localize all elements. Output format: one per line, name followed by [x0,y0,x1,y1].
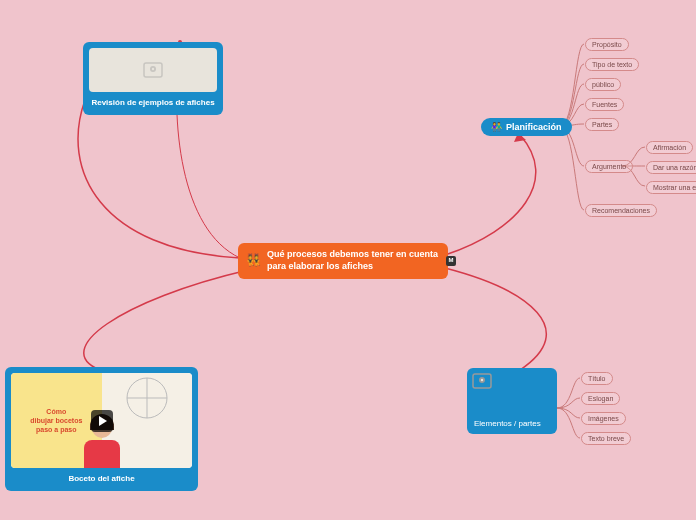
play-icon[interactable] [91,410,113,432]
planif-label: Planificación [506,122,562,132]
leaf-imagenes[interactable]: Imágenes [581,412,626,425]
leaf-eslogan[interactable]: Eslogan [581,392,620,405]
leaf-proposito[interactable]: Propósito [585,38,629,51]
image-placeholder-icon [472,373,552,417]
note-badge-icon[interactable]: M [446,256,456,266]
central-title: Qué procesos debemos tener en cuenta par… [267,249,440,272]
thumb-text-3: paso a paso [36,425,76,434]
leaf-afirmacion[interactable]: Afirmación [646,141,693,154]
leaf-publico[interactable]: público [585,78,621,91]
leaf-argumento[interactable]: Argumento [585,160,633,173]
central-node[interactable]: 👯 Qué procesos debemos tener en cuenta p… [238,243,448,279]
svg-point-10 [481,379,483,381]
leaf-titulo[interactable]: Título [581,372,613,385]
leaf-fuentes[interactable]: Fuentes [585,98,624,111]
svg-point-4 [152,68,154,70]
leaf-partes[interactable]: Partes [585,118,619,131]
thumb-text-2: dibujar bocetos [30,416,82,425]
leaf-evidencia[interactable]: Mostrar una evid [646,181,696,194]
leaf-recomendaciones[interactable]: Recomendaciones [585,204,657,217]
leaf-tipo[interactable]: Tipo de texto [585,58,639,71]
revision-label: Revisión de ejemplos de afiches [89,96,217,109]
boceto-label: Boceto del afiche [11,472,192,485]
central-emoji: 👯 [246,253,261,269]
image-placeholder-icon [89,48,217,92]
leaf-razon[interactable]: Dar una razón [646,161,696,174]
video-thumbnail[interactable]: Cómo dibujar bocetos paso a paso [11,373,192,468]
leaf-texto[interactable]: Texto breve [581,432,631,445]
branch-boceto[interactable]: Cómo dibujar bocetos paso a paso Boceto … [5,367,198,491]
planif-emoji: 👫 [491,122,502,132]
branch-planificacion[interactable]: 👫 Planificación [481,118,572,136]
branch-revision[interactable]: Revisión de ejemplos de afiches [83,42,223,115]
branch-elementos[interactable]: Elementos / partes [467,368,557,434]
thumb-text-1: Cómo [46,407,66,416]
elementos-label: Elementos / partes [472,417,552,429]
